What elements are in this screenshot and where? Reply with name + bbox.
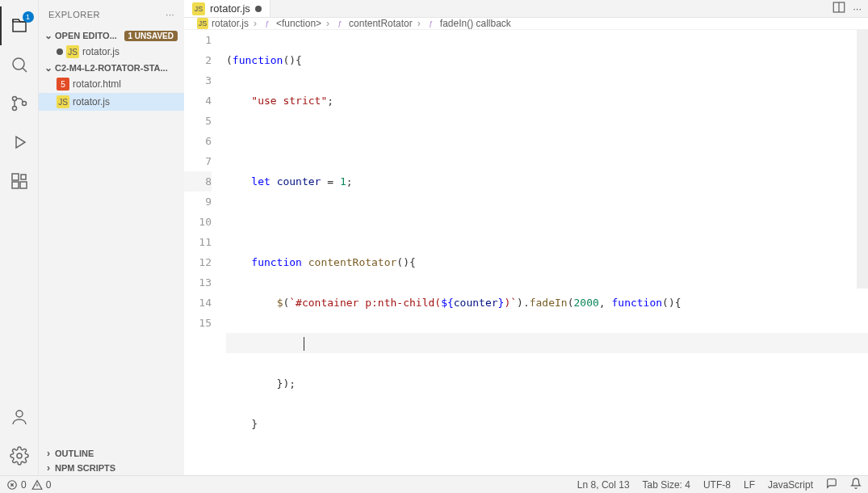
- account-icon[interactable]: [0, 398, 39, 436]
- outline-label: OUTLINE: [55, 449, 94, 458]
- file-name: rotator.html: [73, 78, 121, 90]
- file-name: rotator.js: [73, 96, 110, 107]
- search-icon[interactable]: [0, 45, 39, 84]
- chevron-right-icon: ›: [42, 462, 55, 474]
- folder-section[interactable]: ⌄ C2-M4-L2-ROTATOR-STA...: [39, 61, 184, 75]
- status-errors[interactable]: 0: [6, 479, 27, 491]
- breadcrumb-item[interactable]: JS rotator.js: [197, 18, 249, 29]
- breadcrumb-item[interactable]: ƒ contentRotator: [334, 18, 413, 29]
- svg-rect-6: [20, 182, 27, 188]
- file-name: rotator.js: [82, 46, 120, 57]
- html-file-icon: 5: [57, 78, 69, 91]
- chevron-right-icon: ›: [417, 18, 421, 29]
- breadcrumbs[interactable]: JS rotator.js › ƒ <function> › ƒ content…: [184, 18, 868, 30]
- debug-icon[interactable]: [0, 123, 39, 162]
- svg-point-9: [17, 453, 22, 458]
- chevron-down-icon: ⌄: [42, 62, 55, 74]
- breadcrumb-item[interactable]: ƒ fadeIn() callback: [426, 18, 511, 29]
- chevron-down-icon: ⌄: [42, 30, 55, 41]
- open-editors-label: OPEN EDITO...: [55, 31, 117, 40]
- dirty-indicator-icon: [255, 6, 262, 12]
- minimap-scrollbar[interactable]: [857, 30, 868, 289]
- notifications-icon[interactable]: [850, 478, 862, 491]
- status-warnings[interactable]: 0: [31, 479, 52, 491]
- chevron-right-icon: ›: [326, 18, 329, 29]
- js-file-icon: JS: [57, 95, 69, 108]
- svg-rect-4: [12, 174, 19, 180]
- status-bar: 0 0 Ln 8, Col 13 Tab Size: 4 UTF-8 LF Ja…: [0, 475, 868, 493]
- js-file-icon: JS: [66, 45, 79, 58]
- feedback-icon[interactable]: [826, 478, 837, 491]
- folder-label: C2-M4-L2-ROTATOR-STA...: [55, 63, 168, 73]
- npm-label: NPM SCRIPTS: [55, 463, 115, 473]
- status-encoding[interactable]: UTF-8: [703, 479, 731, 491]
- tab-filename: rotator.js: [210, 2, 250, 15]
- file-item-html[interactable]: 5 rotator.html: [39, 75, 184, 93]
- status-tab-size[interactable]: Tab Size: 4: [643, 479, 690, 491]
- text-cursor: [304, 337, 304, 351]
- open-editor-item[interactable]: JS rotator.js: [39, 43, 184, 61]
- breadcrumb-item[interactable]: ƒ <function>: [262, 18, 321, 29]
- explorer-badge: 1: [23, 11, 34, 23]
- tab-bar: JS rotator.js ···: [184, 0, 868, 18]
- svg-point-3: [22, 102, 26, 106]
- npm-scripts-section[interactable]: › NPM SCRIPTS: [39, 461, 184, 475]
- svg-point-0: [13, 58, 24, 70]
- code-editor[interactable]: 1 2 3 4 5 6 7 8 9 10 11 12 13 14 15 (fun…: [184, 30, 868, 475]
- editor-area: JS rotator.js ··· JS rotator.js › ƒ <fun…: [184, 0, 868, 475]
- code-content[interactable]: (function(){ "use strict"; let counter =…: [226, 30, 868, 475]
- svg-point-1: [12, 97, 16, 101]
- extensions-icon[interactable]: [0, 162, 39, 200]
- file-item-js[interactable]: JS rotator.js: [39, 93, 184, 111]
- sidebar-more-icon[interactable]: ···: [166, 10, 174, 19]
- unsaved-badge: 1 UNSAVED: [124, 31, 178, 41]
- function-icon: ƒ: [426, 18, 437, 29]
- status-eol[interactable]: LF: [744, 479, 755, 491]
- activity-bar: 1: [0, 0, 39, 475]
- editor-tab[interactable]: JS rotator.js: [184, 0, 270, 17]
- outline-section[interactable]: › OUTLINE: [39, 446, 184, 461]
- dirty-indicator-icon: [57, 48, 63, 55]
- chevron-right-icon: ›: [254, 18, 257, 29]
- svg-point-8: [16, 411, 23, 417]
- sidebar: EXPLORER ··· ⌄ OPEN EDITO... 1 UNSAVED J…: [39, 0, 184, 475]
- settings-icon[interactable]: [0, 436, 39, 475]
- explorer-icon[interactable]: 1: [0, 6, 39, 45]
- editor-more-icon[interactable]: ···: [853, 2, 862, 15]
- function-icon: ƒ: [262, 18, 273, 29]
- line-gutter: 1 2 3 4 5 6 7 8 9 10 11 12 13 14 15: [184, 30, 226, 475]
- function-icon: ƒ: [334, 18, 346, 29]
- svg-point-2: [12, 107, 16, 111]
- split-editor-icon[interactable]: [832, 0, 846, 17]
- source-control-icon[interactable]: [0, 84, 39, 123]
- open-editors-section[interactable]: ⌄ OPEN EDITO... 1 UNSAVED: [39, 28, 184, 43]
- status-cursor-position[interactable]: Ln 8, Col 13: [577, 479, 630, 491]
- js-file-icon: JS: [192, 2, 205, 15]
- sidebar-title: EXPLORER ···: [39, 0, 184, 28]
- status-language[interactable]: JavaScript: [768, 479, 813, 491]
- js-file-icon: JS: [197, 18, 208, 29]
- svg-rect-5: [12, 182, 19, 188]
- chevron-right-icon: ›: [42, 448, 55, 459]
- svg-rect-7: [21, 175, 26, 179]
